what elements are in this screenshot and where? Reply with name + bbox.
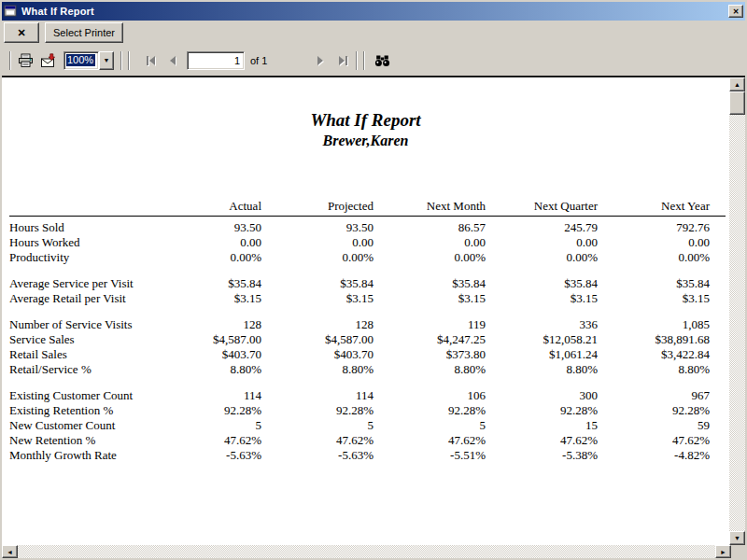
next-page-button[interactable] [312,52,329,69]
table-group: Number of Service Visits1281281193361,08… [9,317,726,377]
cell-value: 47.62% [598,433,710,448]
scroll-down-icon: ▼ [734,535,740,541]
cell-value: 86.57 [374,220,486,235]
cell-value: 245.79 [486,220,598,235]
print-button[interactable] [14,49,36,72]
report-page: What If Report Brewer,Karen ActualProjec… [2,77,729,545]
cell-value: 1,085 [598,317,710,332]
cell-value: 93.50 [261,220,374,235]
horizontal-scrollbar-track[interactable] [18,545,715,558]
cell-value: $1,061.24 [486,347,598,362]
row-label: Number of Service Visits [9,317,149,332]
zoom-value-field[interactable]: 100% [63,51,99,70]
toolbar-separator [128,51,130,70]
cell-value: 92.28% [149,403,261,418]
scroll-right-button[interactable]: ► [715,545,731,558]
column-header: Next Quarter [486,199,598,214]
zoom-combobox[interactable]: 100% ▼ [63,51,114,70]
report-content-area: What If Report Brewer,Karen ActualProjec… [2,77,745,545]
export-button[interactable] [36,49,59,72]
zoom-dropdown-button[interactable]: ▼ [99,51,114,70]
table-row: Retail/Service %8.80%8.80%8.80%8.80%8.80… [9,362,726,377]
row-label: Retail Sales [9,347,149,362]
arrow-left-icon [170,56,176,65]
cell-value: 0.00% [149,250,261,265]
vertical-scrollbar[interactable]: ▲ ▼ [729,77,745,545]
cell-value: 8.80% [261,362,374,377]
window-close-button[interactable]: ✕ [728,5,743,18]
cell-value: $3.15 [149,291,261,306]
row-label: Average Service per Visit [9,276,149,291]
cell-value: 47.62% [374,433,486,448]
vertical-scrollbar-thumb[interactable] [729,91,745,115]
select-printer-button[interactable]: Select Printer [45,22,123,43]
scroll-up-icon: ▲ [734,81,740,88]
table-row: Service Sales$4,587.00$4,587.00$4,247.25… [9,332,726,347]
table-row: Average Retail per Visit$3.15$3.15$3.15$… [9,291,726,306]
cell-value: 8.80% [486,362,598,377]
close-icon: ✕ [733,7,740,16]
last-page-icon [345,56,347,65]
print-toolbar: ✕ Select Printer [2,21,745,45]
table-row: Hours Sold93.5093.5086.57245.79792.76 [9,220,726,235]
cell-value: 128 [261,317,374,332]
form-icon[interactable] [4,5,18,18]
printer-icon [18,53,34,68]
export-envelope-icon [40,53,56,68]
cell-value: 5 [149,418,261,433]
last-page-button[interactable] [334,52,351,69]
cell-value: $35.84 [486,276,598,291]
cell-value: 92.28% [261,403,374,418]
zoom-selected-value: 100% [66,54,95,66]
cell-value: 5 [261,418,374,433]
cell-value: $12,058.21 [486,332,598,347]
table-group: Existing Customer Count114114106300967Ex… [9,388,726,463]
cell-value: 8.80% [374,362,486,377]
cell-value: 792.76 [598,220,710,235]
scroll-left-button[interactable]: ◄ [2,545,18,558]
cell-value: $403.70 [149,347,261,362]
close-report-button[interactable]: ✕ [4,22,39,43]
scroll-up-button[interactable]: ▲ [729,77,745,91]
toolbar-separator [356,51,358,70]
search-button[interactable] [371,49,393,72]
cell-value: 92.28% [598,403,710,418]
titlebar[interactable]: What If Report ✕ [2,2,745,21]
cell-value: -5.51% [374,448,486,463]
cell-value: $35.84 [261,276,374,291]
cell-value: $3,422.84 [598,347,710,362]
first-page-button[interactable] [142,52,159,69]
column-header: Actual [149,199,261,214]
cell-value: $3.15 [374,291,486,306]
cell-value: 92.28% [486,403,598,418]
cell-value: $4,247.25 [374,332,486,347]
cell-value: $4,587.00 [261,332,374,347]
cell-value: 336 [486,317,598,332]
cell-value: $373.80 [374,347,486,362]
bottom-scroll-row: ◄ ► [2,545,745,558]
scroll-down-button[interactable]: ▼ [729,531,745,545]
previous-page-button[interactable] [164,52,181,69]
table-row: Productivity0.00%0.00%0.00%0.00%0.00% [9,250,726,265]
row-label: Hours Worked [9,235,149,250]
cell-value: 0.00 [374,235,486,250]
table-row: Number of Service Visits1281281193361,08… [9,317,726,332]
page-number-input[interactable] [187,51,245,70]
cell-value: 47.62% [486,433,598,448]
column-header: Next Month [374,199,486,214]
binoculars-icon [374,53,390,68]
cell-value: 967 [598,388,710,403]
horizontal-scrollbar[interactable]: ◄ ► [2,545,731,558]
cell-value: 0.00 [149,235,261,250]
what-if-report-window: What If Report ✕ ✕ Select Printer [0,0,747,560]
cell-value: 0.00 [261,235,374,250]
vertical-scrollbar-track[interactable] [729,115,745,531]
scrollbar-corner [731,545,745,558]
table-header-row: ActualProjectedNext MonthNext QuarterNex… [9,199,726,217]
toolbar-separator [363,51,365,70]
table-group: Average Service per Visit$35.84$35.84$35… [9,276,726,306]
cell-value: 92.28% [374,403,486,418]
page-count-label: of 1 [250,55,267,66]
cell-value: $35.84 [598,276,710,291]
cell-value: 0.00% [598,250,710,265]
